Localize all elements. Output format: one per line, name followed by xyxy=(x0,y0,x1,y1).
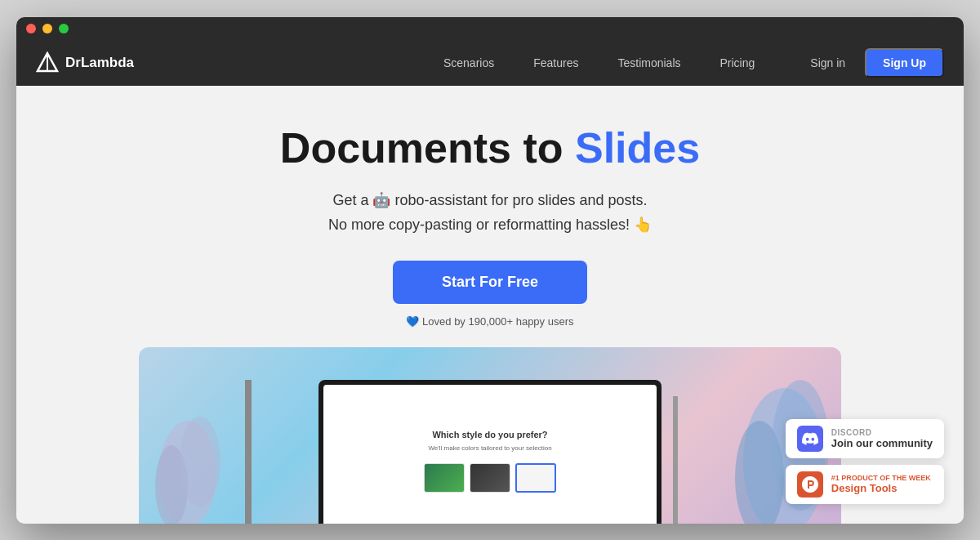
nav-link-scenarios[interactable]: Scenarios xyxy=(424,50,514,76)
title-bar xyxy=(16,17,964,40)
ph-product: Design Tools xyxy=(831,482,931,494)
thumbnail-green[interactable] xyxy=(424,463,465,493)
cta-button[interactable]: Start For Free xyxy=(393,261,587,304)
nav-actions: Sign in Sign Up xyxy=(800,48,944,78)
discord-widget[interactable]: DISCORD Join our community xyxy=(786,419,944,458)
laptop-screen-title: Which style do you prefer? xyxy=(432,430,547,440)
decorative-plant-left xyxy=(155,413,220,524)
discord-action: Join our community xyxy=(831,437,933,449)
discord-label: DISCORD xyxy=(831,428,933,437)
loved-text: 💙 Loved by 190,000+ happy users xyxy=(406,315,573,328)
laptop-screen-subtitle: We'll make colors tailored to your selec… xyxy=(428,444,551,452)
hero-subtitle: Get a 🤖 robo-assistant for pro slides an… xyxy=(328,188,652,238)
nav-link-features[interactable]: Features xyxy=(514,50,598,76)
producthunt-widget[interactable]: #1 PRODUCT OF THE WEEK Design Tools xyxy=(786,465,944,504)
discord-icon xyxy=(797,426,823,452)
maximize-button[interactable] xyxy=(59,24,69,33)
logo-icon xyxy=(36,51,59,74)
decorative-pole-left xyxy=(245,380,252,524)
nav-link-pricing[interactable]: Pricing xyxy=(701,50,775,76)
hero-title: Documents to Slides xyxy=(280,125,700,172)
browser-window: DrLambda Scenarios Features Testimonials… xyxy=(16,17,964,524)
minimize-button[interactable] xyxy=(42,24,52,33)
ph-content: #1 PRODUCT OF THE WEEK Design Tools xyxy=(831,474,931,494)
discord-content: DISCORD Join our community xyxy=(831,428,933,449)
nav-logo[interactable]: DrLambda xyxy=(36,51,134,74)
nav-link-testimonials[interactable]: Testimonials xyxy=(598,50,700,76)
screenshot-container: Which style do you prefer? We'll make co… xyxy=(139,347,841,524)
hero-subtitle-line2: No more copy-pasting or reformatting has… xyxy=(328,216,652,233)
hero-title-part1: Documents to xyxy=(280,124,575,172)
hero-subtitle-line1: Get a 🤖 robo-assistant for pro slides an… xyxy=(332,192,647,208)
widgets-container: DISCORD Join our community #1 PRODUCT OF… xyxy=(786,419,944,504)
thumbnail-white[interactable] xyxy=(515,463,556,493)
screenshot-bg: Which style do you prefer? We'll make co… xyxy=(139,347,841,524)
nav-links: Scenarios Features Testimonials Pricing xyxy=(424,50,774,76)
laptop-mockup: Which style do you prefer? We'll make co… xyxy=(318,380,662,524)
signup-button[interactable]: Sign Up xyxy=(865,48,944,78)
thumbnail-dark[interactable] xyxy=(470,463,510,493)
close-button[interactable] xyxy=(26,24,36,33)
main-content: Documents to Slides Get a 🤖 robo-assista… xyxy=(16,86,964,524)
svg-point-4 xyxy=(180,417,220,507)
laptop-screen: Which style do you prefer? We'll make co… xyxy=(323,385,657,524)
hero-section: Documents to Slides Get a 🤖 robo-assista… xyxy=(280,86,700,347)
producthunt-icon xyxy=(797,471,823,498)
decorative-pole-right xyxy=(673,396,678,524)
navbar: DrLambda Scenarios Features Testimonials… xyxy=(16,40,964,86)
ph-badge: #1 PRODUCT OF THE WEEK xyxy=(831,474,931,482)
logo-text: DrLambda xyxy=(65,55,134,71)
signin-button[interactable]: Sign in xyxy=(800,51,855,74)
hero-title-highlight: Slides xyxy=(575,124,700,172)
laptop-thumbnails xyxy=(424,463,556,493)
